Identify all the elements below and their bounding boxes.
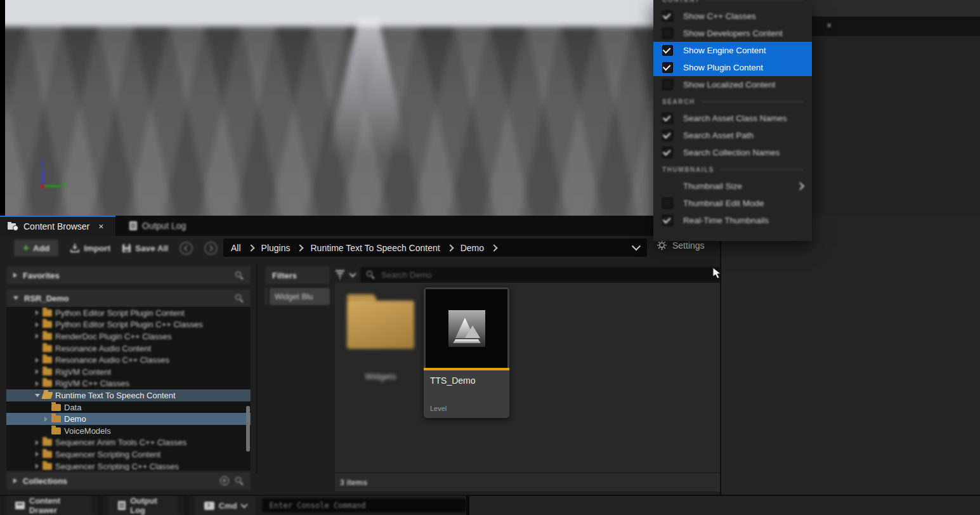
expand-arrow-icon[interactable] <box>36 452 39 457</box>
add-collection-icon[interactable] <box>220 476 229 485</box>
search-icon[interactable] <box>235 476 244 485</box>
panel-divider[interactable] <box>256 264 258 473</box>
tree-item-sequencer-scripting-c-classes[interactable]: Sequencer Scripting C++ Classes <box>6 460 251 471</box>
menu-item-real-time-thumbnails[interactable]: Real-Time Thumbnails <box>653 212 812 229</box>
tree-item-python-editor-script-plugin-c-classes[interactable]: Python Editor Script Plugin C++ Classes <box>6 319 251 331</box>
breadcrumb-item-all[interactable]: All <box>231 243 241 253</box>
tree-item-rigvm-content[interactable]: RigVM Content <box>6 366 251 378</box>
folder-icon <box>42 345 52 352</box>
tree-item-data[interactable]: Data <box>6 401 251 414</box>
tree-item-rigvm-c-classes[interactable]: RigVM C++ Classes <box>6 378 251 390</box>
path-dropdown-icon[interactable] <box>632 242 641 251</box>
check-icon <box>663 131 671 139</box>
checkbox[interactable] <box>662 198 673 209</box>
expand-arrow-icon[interactable] <box>36 440 39 445</box>
cmd-button[interactable]: Cmd <box>195 496 256 515</box>
tree-item-renderdoc-plugin-c-classes[interactable]: RenderDoc Plugin C++ Classes <box>6 330 251 342</box>
filter-funnel-icon[interactable] <box>335 270 345 279</box>
breadcrumb-chevron-icon <box>447 244 454 251</box>
collections-header[interactable]: Collections <box>6 472 251 490</box>
arrow-slot <box>42 417 50 422</box>
folder-tree: Python Editor Script Plugin ContentPytho… <box>6 307 251 471</box>
favorites-header[interactable]: Favorites <box>6 266 251 284</box>
collapse-arrow-icon[interactable] <box>35 394 40 397</box>
console-command-input[interactable] <box>268 500 460 511</box>
tree-item-sequencer-anim-tools-c-classes[interactable]: Sequencer Anim Tools C++ Classes <box>6 437 251 449</box>
tree-item-label: Demo <box>64 414 86 424</box>
asset-type-color-bar <box>424 368 509 370</box>
tree-item-demo[interactable]: Demo <box>6 413 251 425</box>
menu-item-label: Show C++ Classes <box>683 11 756 21</box>
search-input[interactable] <box>380 270 714 280</box>
tree-item-sequencer-scripting-content[interactable]: Sequencer Scripting Content <box>6 448 251 460</box>
expand-arrow-icon[interactable] <box>36 381 39 386</box>
folder-tile-widgets[interactable]: Widgets <box>339 293 422 381</box>
checkbox[interactable] <box>662 28 673 39</box>
menu-item-search-asset-class-names[interactable]: Search Asset Class Names <box>653 110 812 127</box>
output-log-button[interactable]: Output Log <box>109 496 178 515</box>
search-box[interactable] <box>360 267 720 283</box>
search-icon[interactable] <box>235 271 244 280</box>
asset-card-tts-demo[interactable]: TTS_Demo Level <box>424 287 509 418</box>
folder-icon <box>42 439 52 446</box>
tree-item-python-editor-script-plugin-content[interactable]: Python Editor Script Plugin Content <box>6 307 251 319</box>
filter-dropdown-icon[interactable] <box>349 270 356 277</box>
menu-item-show-engine-content[interactable]: Show Engine Content <box>653 42 812 59</box>
checkbox-checked[interactable] <box>662 113 673 124</box>
menu-item-search-collection-names[interactable]: Search Collection Names <box>653 144 812 161</box>
expand-arrow-icon[interactable] <box>36 310 39 315</box>
close-icon[interactable]: × <box>98 221 103 231</box>
menu-item-search-asset-path[interactable]: Search Asset Path <box>653 127 812 144</box>
settings-button-label: Settings <box>672 240 705 251</box>
expand-arrow-icon[interactable] <box>36 322 39 327</box>
settings-button[interactable]: Settings <box>657 240 705 251</box>
close-icon[interactable]: × <box>823 20 835 31</box>
menu-item-show-c-classes[interactable]: Show C++ Classes <box>653 8 812 25</box>
tree-item-resonance-audio-content[interactable]: Resonance Audio Content <box>6 342 251 355</box>
menu-item-show-plugin-content[interactable]: Show Plugin Content <box>653 59 812 76</box>
expand-arrow-icon[interactable] <box>36 464 39 469</box>
history-forward-button[interactable] <box>204 242 218 255</box>
breadcrumb-item-demo[interactable]: Demo <box>461 243 484 253</box>
checkbox-checked[interactable] <box>662 45 673 56</box>
tree-scrollbar[interactable] <box>246 406 250 452</box>
import-button[interactable]: Import <box>70 243 110 253</box>
tree-item-voicemodels[interactable]: VoiceModels <box>6 425 251 437</box>
menu-item-thumbnail-edit-mode[interactable]: Thumbnail Edit Mode <box>653 195 812 212</box>
checkbox-checked[interactable] <box>662 215 673 226</box>
expand-arrow-icon[interactable] <box>36 369 39 374</box>
content-drawer-button[interactable]: Content Drawer <box>6 496 91 515</box>
console-command-box[interactable] <box>262 499 466 512</box>
expand-arrow-icon[interactable] <box>36 334 39 339</box>
add-button[interactable]: + Add <box>14 240 58 256</box>
project-sources-header[interactable]: RSR_Demo <box>6 289 251 307</box>
checkbox-checked[interactable] <box>662 130 673 141</box>
tab-content-browser[interactable]: Content Browser × <box>0 216 115 236</box>
folder-icon <box>51 427 61 434</box>
history-back-button[interactable] <box>180 242 193 255</box>
checkbox-checked[interactable] <box>662 147 673 158</box>
save-all-button[interactable]: Save All <box>122 244 168 253</box>
menu-item-show-localized-content[interactable]: Show Localized Content <box>653 76 812 93</box>
expand-arrow-icon[interactable] <box>36 358 39 363</box>
menu-item-thumbnail-size[interactable]: Thumbnail Size <box>653 178 812 195</box>
chevron-down-icon[interactable] <box>240 501 247 508</box>
save-icon <box>122 244 131 253</box>
tab-output-log[interactable]: Output Log <box>122 216 193 236</box>
expand-arrow-icon[interactable] <box>44 417 48 422</box>
breadcrumb-item-runtime-text-to-speech-content[interactable]: Runtime Text To Speech Content <box>310 243 440 253</box>
tree-item-resonance-audio-c-classes[interactable]: Resonance Audio C++ Classes <box>6 354 251 366</box>
filter-chip-widget-blueprint[interactable]: Widget Blu <box>270 288 330 305</box>
menu-item-show-developers-content[interactable]: Show Developers Content <box>653 25 812 42</box>
search-icon[interactable] <box>235 294 244 303</box>
checkbox-checked[interactable] <box>662 62 673 73</box>
breadcrumb-item-plugins[interactable]: Plugins <box>261 243 291 253</box>
level-viewport[interactable]: Z Y <box>5 0 653 216</box>
arrow-slot <box>33 334 41 339</box>
checkbox-checked[interactable] <box>662 11 673 22</box>
checkbox[interactable] <box>662 79 673 90</box>
tree-item-runtime-text-to-speech-content[interactable]: Runtime Text To Speech Content <box>6 389 251 401</box>
axis-gizmo-icon: Z Y <box>32 162 61 195</box>
arrow-slot <box>33 381 41 386</box>
check-icon <box>663 11 671 20</box>
